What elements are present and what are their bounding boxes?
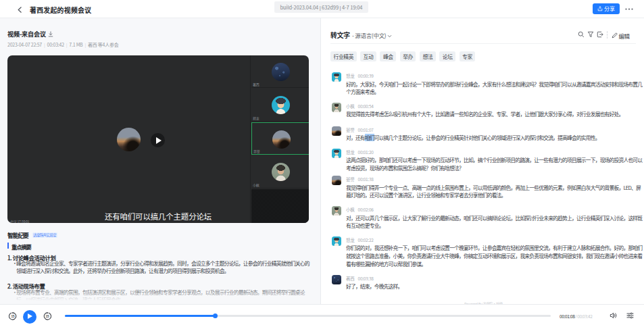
svg-text:15: 15: [45, 315, 49, 318]
svg-text:15: 15: [11, 315, 15, 318]
